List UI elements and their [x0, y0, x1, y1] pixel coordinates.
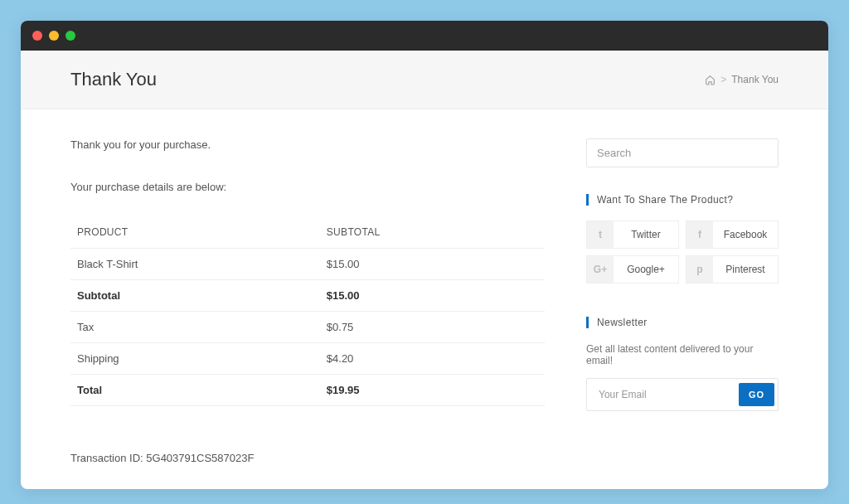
table-row: Total$19.95: [70, 375, 545, 406]
table-row: Shipping$4.20: [70, 343, 545, 375]
row-label: Subtotal: [70, 280, 320, 312]
table-row: Subtotal$15.00: [70, 280, 545, 312]
row-value: $0.75: [320, 312, 545, 343]
share-widget-title: Want To Share The Product?: [586, 194, 779, 206]
col-product: PRODUCT: [70, 216, 320, 249]
order-table: PRODUCT SUBTOTAL Black T-Shirt$15.00Subt…: [70, 216, 545, 406]
share-facebook-button[interactable]: fFacebook: [686, 220, 779, 249]
close-window-icon[interactable]: [32, 31, 42, 41]
pinterest-icon: p: [686, 256, 713, 283]
row-value: $15.00: [320, 249, 545, 280]
row-value: $4.20: [320, 343, 545, 375]
share-label: Pinterest: [713, 264, 778, 275]
maximize-window-icon[interactable]: [65, 31, 75, 41]
main-content: Thank you for your purchase. Your purcha…: [70, 138, 545, 464]
share-google-button[interactable]: G+Google+: [586, 255, 679, 284]
window-titlebar: [21, 21, 828, 51]
table-row: Tax$0.75: [70, 312, 545, 343]
newsletter-form: GO: [586, 378, 779, 411]
facebook-icon: f: [686, 221, 713, 248]
share-label: Google+: [614, 264, 678, 275]
home-icon[interactable]: [705, 75, 716, 85]
share-pinterest-button[interactable]: pPinterest: [686, 255, 779, 284]
transaction-id: 5G403791CS587023F: [146, 452, 254, 464]
go-button[interactable]: GO: [739, 383, 774, 406]
share-label: Facebook: [713, 229, 778, 240]
newsletter-widget-title: Newsletter: [586, 317, 779, 328]
search-input[interactable]: [586, 138, 779, 167]
transaction-line: Transaction ID: 5G403791CS587023F: [70, 452, 545, 464]
thank-you-message: Thank you for your purchase.: [70, 138, 545, 151]
newsletter-description: Get all latest content delivered to your…: [586, 343, 779, 366]
row-label: Black T-Shirt: [70, 249, 320, 280]
page-title: Thank You: [70, 69, 157, 90]
share-label: Twitter: [614, 229, 678, 240]
table-row: Black T-Shirt$15.00: [70, 249, 545, 280]
row-label: Tax: [70, 312, 320, 343]
breadcrumb-current: Thank You: [731, 74, 779, 85]
breadcrumb: > Thank You: [705, 74, 779, 85]
google-icon: G+: [587, 256, 614, 283]
page-header: Thank You > Thank You: [21, 51, 828, 109]
details-message: Your purchase details are below:: [70, 181, 545, 193]
twitter-icon: t: [587, 221, 614, 248]
email-input[interactable]: [590, 382, 739, 407]
minimize-window-icon[interactable]: [49, 31, 59, 41]
row-label: Total: [70, 375, 320, 406]
transaction-label: Transaction ID:: [70, 452, 143, 464]
row-value: $15.00: [320, 280, 545, 312]
share-twitter-button[interactable]: tTwitter: [586, 220, 679, 249]
row-value: $19.95: [320, 375, 545, 406]
breadcrumb-separator: >: [720, 74, 726, 85]
sidebar: Want To Share The Product? tTwitterfFace…: [586, 138, 779, 464]
col-subtotal: SUBTOTAL: [320, 216, 545, 249]
row-label: Shipping: [70, 343, 320, 375]
